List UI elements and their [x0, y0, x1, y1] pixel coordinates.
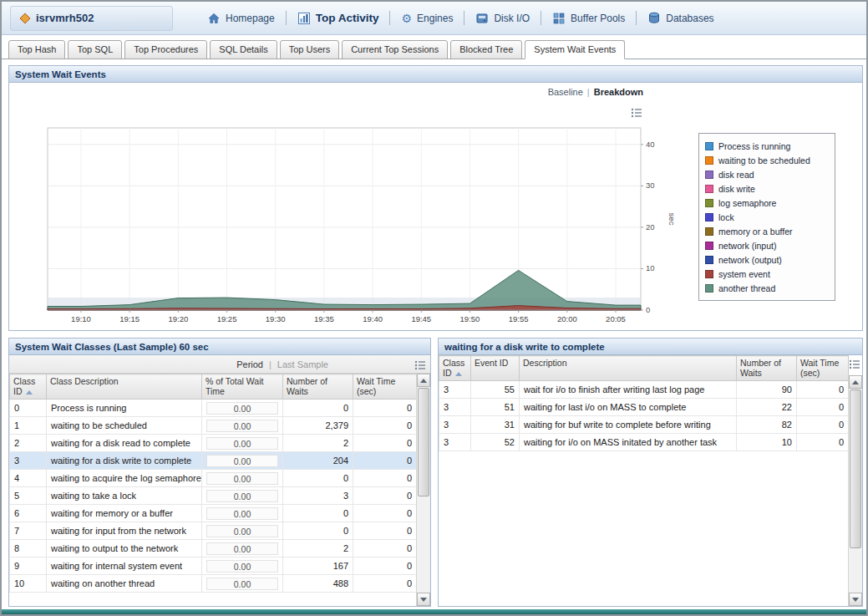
x-tick-label: 19:35 [314, 314, 334, 323]
event-id-cell: 52 [471, 434, 520, 451]
chart-legend: Process is runningwaiting to be schedule… [698, 133, 835, 301]
legend-item[interactable]: lock [705, 210, 829, 224]
number-of-waits-cell: 10 [737, 434, 797, 451]
number-of-waits-cell: 22 [737, 399, 797, 416]
tab-top-users[interactable]: Top Users [280, 40, 340, 59]
home-icon [207, 12, 221, 25]
legend-item[interactable]: system event [705, 267, 829, 281]
column-header-description[interactable]: Description [520, 356, 737, 381]
x-tick-label: 20:00 [557, 314, 577, 323]
tab-system-wait-events[interactable]: System Wait Events [525, 40, 625, 59]
baseline-link[interactable]: Baseline [548, 87, 583, 97]
period-separator: | [269, 359, 272, 369]
scrollbar-thumb[interactable] [418, 388, 429, 496]
wait-event-row[interactable]: 352waiting for i/o on MASS initated by a… [439, 434, 849, 451]
sort-asc-icon [26, 390, 33, 395]
scroll-up-button[interactable] [849, 375, 862, 389]
legend-label: disk read [718, 170, 754, 180]
wait-time-cell: 0 [353, 452, 417, 470]
wait-time-cell: 0 [353, 522, 417, 540]
column-header-class-id[interactable]: Class ID [439, 356, 471, 381]
pct-total-wait-time-cell: 0.00 [202, 557, 283, 575]
column-header-number-of-waits[interactable]: Number of Waits [737, 356, 797, 381]
gear-icon: ⚙ [401, 13, 412, 24]
nav-top-activity[interactable]: Top Activity [287, 12, 390, 25]
legend-item[interactable]: log semaphore [705, 196, 829, 210]
wait-class-row[interactable]: 5waiting to take a lock0.0030 [10, 487, 417, 505]
legend-label: Process is running [718, 141, 790, 151]
legend-label: system event [718, 269, 770, 279]
tab-sql-details[interactable]: SQL Details [210, 40, 277, 59]
vertical-scrollbar[interactable] [416, 374, 430, 606]
scrollbar-thumb[interactable] [850, 389, 861, 548]
legend-label: log semaphore [718, 198, 776, 208]
column-header-class-description[interactable]: Class Description [47, 374, 202, 400]
vertical-scrollbar[interactable] [848, 375, 862, 606]
chart-options-icon[interactable] [631, 108, 642, 118]
class-description-cell: waiting for internal system event [47, 557, 202, 575]
tab-current-top-sessions[interactable]: Current Top Sessions [342, 40, 448, 59]
nav-databases[interactable]: Databases [637, 12, 724, 25]
nav-engines[interactable]: ⚙ Engines [390, 13, 464, 24]
legend-item[interactable]: network (output) [705, 252, 829, 267]
nav-buffer-pools[interactable]: Buffer Pools [541, 12, 636, 25]
panel-title: System Wait Events [15, 69, 106, 79]
wait-event-row[interactable]: 351waiting for last i/o on MASS to compl… [439, 399, 849, 416]
period-select[interactable]: Last Sample [277, 359, 328, 369]
nav-disk-io[interactable]: Disk I/O [464, 12, 541, 25]
legend-item[interactable]: another thread [705, 281, 829, 295]
wait-class-row[interactable]: 4waiting to acquire the log semaphore0.0… [10, 470, 417, 487]
legend-label: waiting to be scheduled [718, 155, 810, 165]
wait-class-row[interactable]: 0Process is running0.0000 [10, 400, 417, 417]
legend-swatch-icon [705, 213, 713, 221]
legend-item[interactable]: Process is running [705, 139, 829, 153]
nav-homepage[interactable]: Homepage [196, 12, 286, 25]
legend-swatch-icon [705, 284, 713, 293]
tab-blocked-tree[interactable]: Blocked Tree [450, 40, 522, 59]
number-of-waits-cell: 2,379 [283, 417, 353, 435]
bar-chart-icon [297, 12, 311, 25]
legend-swatch-icon [705, 270, 713, 278]
column-header-number-of-waits[interactable]: Number of Waits [283, 374, 353, 400]
pct-total-wait-time-cell: 0.00 [202, 400, 283, 417]
wait-class-row[interactable]: 2waiting for a disk read to complete0.00… [10, 435, 417, 452]
column-header-pct-total-wait-time[interactable]: % of Total Wait Time [202, 374, 283, 400]
wait-class-row[interactable]: 8waiting to output to the network0.0020 [10, 540, 417, 557]
tab-top-procedures[interactable]: Top Procedures [124, 40, 207, 59]
wait-class-row[interactable]: 10waiting on another thread0.004880 [10, 575, 417, 593]
scroll-down-button[interactable] [417, 593, 430, 606]
wait-class-row[interactable]: 9waiting for internal system event0.0016… [10, 557, 417, 575]
wait-event-row[interactable]: 331waiting for buf write to complete bef… [439, 416, 849, 434]
wait-class-row[interactable]: 3waiting for a disk write to complete0.0… [10, 452, 417, 470]
x-tick-label: 19:10 [71, 314, 91, 323]
grid-options-icon[interactable] [414, 360, 426, 370]
wait-class-row[interactable]: 1waiting to be scheduled0.002,3790 [10, 417, 417, 435]
legend-item[interactable]: disk write [705, 181, 829, 196]
x-tick-label: 19:15 [119, 314, 140, 323]
wait-class-row[interactable]: 6waiting for memory or a buffer0.0000 [10, 505, 417, 522]
legend-item[interactable]: disk read [705, 167, 829, 181]
tab-top-sql[interactable]: Top SQL [68, 40, 122, 59]
tab-top-hash[interactable]: Top Hash [8, 40, 65, 59]
column-header-event-id[interactable]: Event ID [471, 356, 520, 381]
legend-label: memory or a buffer [718, 227, 793, 237]
tab-bar: Top Hash Top SQL Top Procedures SQL Deta… [2, 36, 866, 59]
grid-options-icon[interactable] [849, 359, 860, 369]
wait-class-row[interactable]: 7waiting for input from the network0.000… [10, 522, 417, 540]
server-selector[interactable]: isrvmrh502 [10, 6, 173, 31]
column-header-class-id[interactable]: Class ID [10, 374, 47, 400]
x-tick-label: 19:50 [460, 314, 480, 323]
column-header-wait-time[interactable]: Wait Time (sec) [797, 356, 849, 381]
pct-bar: 0.00 [206, 420, 278, 432]
scroll-up-button[interactable] [417, 374, 430, 387]
column-header-wait-time[interactable]: Wait Time (sec) [353, 374, 417, 400]
nav-label: Top Activity [316, 12, 379, 24]
wait-classes-table-wrap: Class ID Class Description % of Total Wa… [9, 374, 430, 606]
legend-item[interactable]: memory or a buffer [705, 224, 829, 238]
scroll-down-button[interactable] [849, 593, 862, 606]
breakdown-link[interactable]: Breakdown [594, 87, 643, 97]
legend-label: disk write [718, 184, 755, 194]
legend-item[interactable]: network (input) [705, 238, 829, 252]
legend-item[interactable]: waiting to be scheduled [705, 153, 829, 167]
wait-event-row[interactable]: 355wait for i/o to finish after writing … [439, 381, 849, 399]
